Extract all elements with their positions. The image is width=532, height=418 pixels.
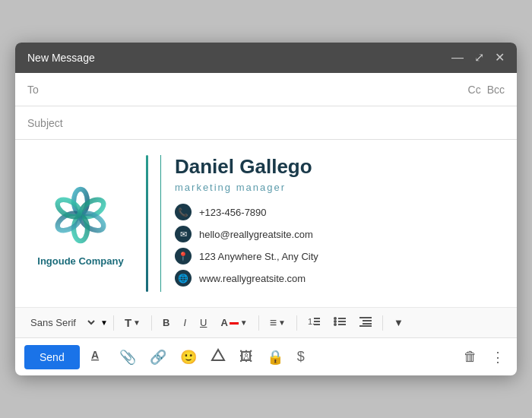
sep-2 bbox=[151, 315, 152, 331]
more-options-button[interactable]: ⋮ bbox=[488, 346, 508, 369]
bold-label: B bbox=[163, 317, 169, 328]
signature-info: Daniel Gallego marketing manager 📞 +123-… bbox=[167, 155, 499, 292]
emoji-icon[interactable]: 🙂 bbox=[177, 346, 200, 369]
subject-label: Subject bbox=[27, 117, 73, 129]
font-size-chevron: ▼ bbox=[133, 318, 141, 327]
svg-point-12 bbox=[334, 323, 337, 326]
font-size-t-icon: T bbox=[125, 316, 131, 329]
svg-rect-16 bbox=[359, 317, 372, 318]
globe-icon: 🌐 bbox=[175, 270, 192, 287]
svg-text:A: A bbox=[91, 349, 99, 361]
svg-rect-18 bbox=[363, 323, 372, 325]
underline-button[interactable]: U bbox=[195, 314, 212, 331]
svg-rect-7 bbox=[314, 318, 320, 319]
cc-bcc-buttons: Cc Bcc bbox=[468, 84, 505, 96]
svg-rect-15 bbox=[338, 324, 346, 325]
font-family-chevron: ▼ bbox=[100, 318, 108, 327]
bold-button[interactable]: B bbox=[157, 314, 175, 331]
more-format-chevron: ▼ bbox=[394, 317, 404, 328]
send-button[interactable]: Send bbox=[24, 345, 80, 369]
close-button[interactable]: ✕ bbox=[495, 52, 505, 64]
font-color-button[interactable]: A ▼ bbox=[215, 314, 252, 331]
align-chevron: ▼ bbox=[278, 318, 286, 327]
numbered-list-icon: 1. bbox=[308, 315, 320, 330]
to-field-row: To Cc Bcc bbox=[15, 73, 517, 106]
svg-marker-21 bbox=[212, 350, 224, 360]
maximize-button[interactable]: ⤢ bbox=[474, 52, 484, 64]
phone-icon: 📞 bbox=[175, 204, 192, 220]
sig-job-title: marketing manager bbox=[175, 182, 499, 193]
minimize-button[interactable]: — bbox=[451, 52, 464, 64]
bullet-list-button[interactable] bbox=[328, 312, 351, 333]
company-name: Ingoude Company bbox=[37, 255, 123, 267]
company-logo bbox=[46, 181, 115, 249]
signature-icon[interactable]: $ bbox=[294, 346, 308, 368]
more-format-button[interactable]: ▼ bbox=[388, 314, 409, 331]
window-title: New Message bbox=[27, 52, 95, 64]
indent-button[interactable] bbox=[354, 312, 377, 333]
svg-rect-19 bbox=[359, 325, 372, 327]
to-label: To bbox=[27, 84, 73, 96]
svg-point-10 bbox=[334, 317, 337, 320]
italic-label: I bbox=[183, 317, 186, 328]
sig-email-text: hello@reallygreatsite.com bbox=[199, 229, 313, 240]
cc-button[interactable]: Cc bbox=[468, 84, 481, 96]
svg-text:1.: 1. bbox=[308, 317, 315, 326]
email-body[interactable]: Ingoude Company Daniel Gallego marketing… bbox=[15, 140, 517, 308]
text-format-icon[interactable]: A bbox=[87, 344, 109, 369]
to-input[interactable] bbox=[73, 84, 468, 96]
bcc-button[interactable]: Bcc bbox=[487, 84, 505, 96]
font-color-icon: A bbox=[220, 317, 227, 328]
font-color-chevron: ▼ bbox=[240, 318, 248, 327]
sep-4 bbox=[296, 315, 297, 331]
sep-5 bbox=[382, 315, 383, 331]
actions-right: 🗑 ⋮ bbox=[461, 346, 508, 369]
signature-container: Ingoude Company Daniel Gallego marketing… bbox=[33, 155, 499, 292]
actions-row: Send A 📎 🔗 🙂 🖼 🔒 $ 🗑 ⋮ bbox=[15, 338, 517, 375]
svg-rect-17 bbox=[363, 320, 372, 321]
sig-name: Daniel Gallego bbox=[175, 155, 499, 179]
align-button[interactable]: ≡ ▼ bbox=[264, 313, 291, 333]
font-family-select[interactable]: Sans Serif Serif Monospace bbox=[24, 315, 97, 331]
formatting-toolbar: Sans Serif Serif Monospace ▼ T ▼ B I U A… bbox=[15, 308, 517, 338]
logo-section: Ingoude Company bbox=[33, 155, 140, 292]
attach-file-icon[interactable]: 📎 bbox=[116, 346, 139, 369]
font-size-button[interactable]: T ▼ bbox=[119, 313, 146, 332]
divider-thick bbox=[146, 155, 148, 292]
indent-icon bbox=[359, 315, 372, 330]
sig-phone: 📞 +123-456-7890 bbox=[175, 204, 499, 220]
sig-website: 🌐 www.reallygreatsite.com bbox=[175, 270, 499, 287]
numbered-list-button[interactable]: 1. bbox=[302, 312, 325, 333]
insert-photo-icon[interactable]: 🖼 bbox=[236, 346, 256, 368]
delete-button[interactable]: 🗑 bbox=[461, 346, 480, 369]
sig-website-text: www.reallygreatsite.com bbox=[199, 273, 306, 284]
italic-button[interactable]: I bbox=[178, 314, 192, 331]
titlebar: New Message — ⤢ ✕ bbox=[15, 43, 517, 73]
window-controls: — ⤢ ✕ bbox=[451, 52, 505, 64]
sep-3 bbox=[258, 315, 259, 331]
email-icon: ✉ bbox=[175, 226, 192, 242]
email-compose-window: New Message — ⤢ ✕ To Cc Bcc Subject bbox=[15, 43, 517, 375]
svg-point-11 bbox=[334, 320, 337, 323]
svg-rect-8 bbox=[314, 321, 320, 322]
sep-1 bbox=[113, 315, 114, 331]
location-icon: 📍 bbox=[175, 248, 192, 264]
svg-rect-9 bbox=[314, 324, 320, 325]
svg-rect-14 bbox=[338, 321, 346, 322]
underline-label: U bbox=[200, 317, 207, 328]
sig-phone-text: +123-456-7890 bbox=[199, 207, 267, 218]
svg-point-5 bbox=[55, 196, 83, 220]
divider-thin bbox=[160, 155, 161, 292]
sig-email: ✉ hello@reallygreatsite.com bbox=[175, 226, 499, 242]
drive-icon[interactable] bbox=[207, 344, 229, 369]
svg-rect-13 bbox=[338, 318, 346, 319]
subject-input[interactable] bbox=[73, 117, 505, 129]
bullet-list-icon bbox=[334, 315, 346, 330]
lock-icon[interactable]: 🔒 bbox=[264, 346, 287, 369]
subject-field-row: Subject bbox=[15, 106, 517, 140]
sig-address-text: 123 Anywhere St., Any City bbox=[199, 251, 318, 262]
insert-link-icon[interactable]: 🔗 bbox=[147, 346, 169, 369]
sig-address: 📍 123 Anywhere St., Any City bbox=[175, 248, 499, 264]
align-icon: ≡ bbox=[270, 316, 277, 330]
svg-point-2 bbox=[78, 210, 106, 234]
